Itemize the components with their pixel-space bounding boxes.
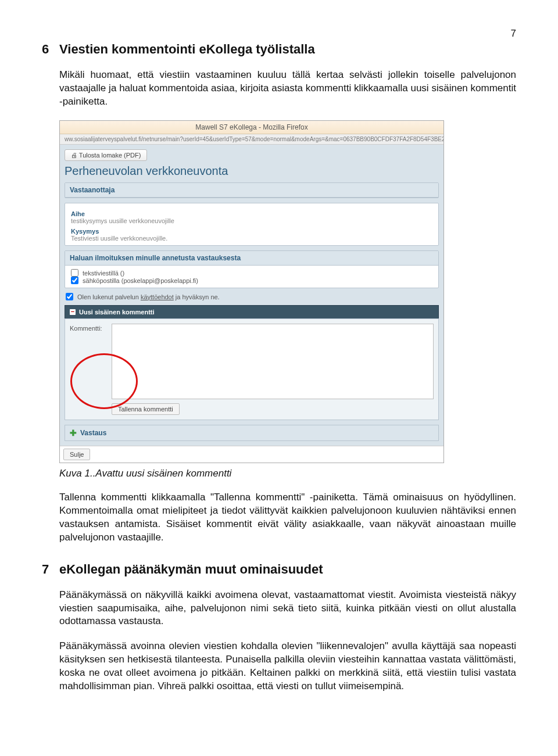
screenshot: Mawell S7 eKollega - Mozilla Firefox ww.… (59, 120, 444, 463)
notify-sms-checkbox[interactable] (71, 269, 78, 277)
save-comment-button[interactable]: Tallenna kommentti (112, 403, 180, 415)
notify-email-label: sähköpostilla (poskelappi@poskelappi.fi) (83, 277, 198, 284)
section-6-paragraph-1: Mikäli huomaat, että viestiin vastaamine… (59, 69, 516, 109)
terms-pre: Olen lukenut palvelun (77, 293, 141, 300)
notify-sms-row: tekstiviestillä () (71, 269, 432, 277)
internal-comment-header[interactable]: − Uusi sisäinen kommentti (65, 305, 439, 318)
answer-header[interactable]: ✚ Vastaus (65, 425, 439, 441)
section-7-number: 7 (42, 562, 59, 577)
terms-post: ja hyväksyn ne. (174, 293, 220, 300)
print-icon: 🖨 (71, 152, 77, 159)
topic-text: testikysymys uusille verkkoneuvojille (71, 217, 432, 224)
notify-header: Haluan ilmoituksen minulle annetusta vas… (65, 251, 438, 266)
form-title: Perheneuvolan verkkoneuvonta (65, 164, 439, 178)
recipient-panel: Vastaanottaja (65, 182, 439, 198)
section-6-paragraph-2: Tallenna kommentti klikkaamalla "Tallenn… (59, 491, 516, 544)
notify-email-checkbox[interactable] (71, 277, 78, 284)
section-6-heading: 6 Viestien kommentointi eKollega työlist… (42, 42, 516, 57)
internal-comment-title: Uusi sisäinen kommentti (79, 309, 155, 316)
section-7-paragraph-2: Päänäkymässä avoinna olevien viestien ko… (59, 640, 516, 693)
notify-panel: Haluan ilmoituksen minulle annetusta vas… (65, 250, 439, 288)
section-6-number: 6 (42, 42, 59, 57)
comment-box: Kommentti: Tallenna kommentti (65, 318, 439, 420)
answer-title: Vastaus (80, 429, 106, 437)
terms-link[interactable]: käyttöehdot (141, 293, 174, 300)
notify-email-row: sähköpostilla (poskelappi@poskelappi.fi) (71, 277, 432, 284)
question-label: Kysymys (71, 228, 432, 235)
url-bar: ww.sosiaalijaterveyspalvelut.fi/netnurse… (60, 134, 443, 145)
section-7-title: eKollegan päänäkymän muut ominaisuudet (59, 562, 323, 577)
terms-checkbox[interactable] (66, 293, 73, 300)
topic-panel: Aihe testikysymys uusille verkkoneuvojil… (65, 203, 439, 246)
section-6-title: Viestien kommentointi eKollega työlistal… (59, 42, 315, 57)
figure-caption: Kuva 1..Avattu uusi sisäinen kommentti (59, 468, 516, 479)
close-button[interactable]: Sulje (63, 449, 90, 460)
notify-sms-label: tekstiviestillä () (83, 270, 124, 277)
topic-label: Aihe (71, 210, 432, 217)
page-number: 7 (42, 28, 516, 40)
plus-icon: ✚ (70, 428, 77, 438)
terms-row: Olen lukenut palvelun käyttöehdot ja hyv… (66, 293, 438, 300)
print-pdf-label: Tulosta lomake (PDF) (79, 152, 141, 159)
section-7-heading: 7 eKollegan päänäkymän muut ominaisuudet (42, 562, 516, 577)
comment-label: Kommentti: (70, 324, 112, 332)
recipient-header[interactable]: Vastaanottaja (65, 183, 438, 198)
comment-textarea[interactable] (112, 324, 434, 399)
window-title: Mawell S7 eKollega - Mozilla Firefox (60, 121, 443, 134)
collapse-icon: − (70, 309, 76, 315)
print-pdf-button[interactable]: 🖨 Tulosta lomake (PDF) (65, 149, 147, 161)
section-7-paragraph-1: Päänäkymässä on näkyvillä kaikki avoimen… (59, 589, 516, 629)
question-text: Testiviesti uusille verkkoneuvojille. (71, 235, 432, 242)
